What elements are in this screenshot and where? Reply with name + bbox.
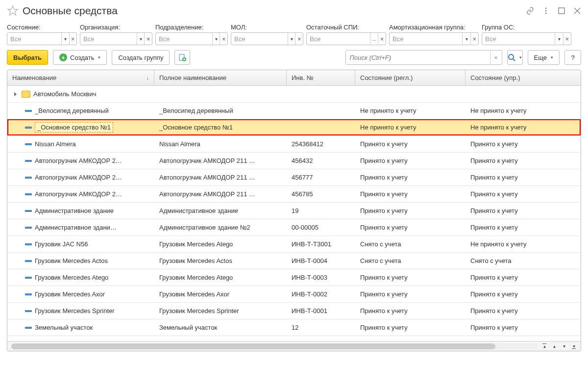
filter-input[interactable] [80,33,137,45]
sort-arrow-icon: ↓ [146,75,149,81]
clear-button[interactable]: × [220,33,227,45]
column-header-invno[interactable]: Инв. № [287,70,355,85]
cell-invno: 00-00005 [287,224,355,231]
column-header-state-mgmt[interactable]: Состояние (упр.) [466,70,581,85]
item-icon [25,143,32,145]
table-row[interactable]: Земельный участокЗемельный участок12Прин… [7,319,581,336]
dropdown-button[interactable]: ▾ [212,33,220,45]
svg-point-2 [545,10,547,12]
filter-input[interactable] [156,33,212,45]
filter-input[interactable] [390,33,462,45]
nav-down-icon[interactable]: ▾ [559,342,569,350]
favorite-star-icon[interactable] [7,5,19,17]
cell-invno: ИНВ-Т-0003 [287,274,355,281]
folder-icon [22,91,30,98]
filter-label: МОЛ: [231,24,303,31]
help-button[interactable]: ? [564,50,581,65]
dropdown-button[interactable]: ▾ [462,33,470,45]
filter-input[interactable] [7,33,61,45]
table-row[interactable]: Грузовик Mercedes SprinterГрузовик Merce… [7,303,581,319]
create-group-button[interactable]: Создать группу [112,50,170,65]
table-row[interactable]: Автопогрузчик АМКОДОР 2…Автопогрузчик АМ… [7,169,581,186]
nav-last-icon[interactable]: ▾ [569,342,579,350]
cell-name: Автопогрузчик АМКОДОР 2… [7,157,154,164]
table-row[interactable]: _Основное средство №1_Основное средство … [7,119,581,136]
row-name-text: Грузовик Mercedes Axor [35,290,105,298]
row-name-text: Nissan Almera [35,140,76,148]
scrollbar-thumb[interactable] [11,343,495,349]
kebab-menu-icon[interactable] [542,7,550,15]
row-name-text: Административное здание [35,207,114,214]
search-input[interactable] [346,51,490,64]
item-icon [25,327,32,329]
horizontal-scrollbar[interactable] [11,343,538,349]
row-name-text: Административное здани… [35,224,117,231]
filter-input[interactable] [231,33,288,45]
dropdown-button[interactable]: ▾ [61,33,69,45]
dropdown-button[interactable]: ▾ [288,33,295,45]
table-row[interactable]: Административное зданиеАдминистративное … [7,203,581,219]
column-header-fullname[interactable]: Полное наименование [154,70,287,85]
close-icon[interactable] [573,7,581,15]
cell-fullname: Грузовик Mercedes Axor [154,290,287,298]
copy-to-sheet-button[interactable] [174,50,190,65]
table-row[interactable]: Грузовик Mercedes AtegoГрузовик Mercedes… [7,269,581,286]
clear-button[interactable]: × [563,33,571,45]
cell-fullname: Грузовик Mercedes Atego [154,274,287,281]
cell-state-reg: Принято к учету [355,174,466,181]
filter-label: Группа ОС: [482,24,571,31]
create-label: Создать [70,54,94,61]
nav-up-icon[interactable]: ▴ [549,342,559,350]
cell-name: Административное здание [7,207,154,214]
table-row[interactable]: Автомобиль Москвич [7,86,581,103]
clear-button[interactable]: × [144,33,152,45]
table-row[interactable]: _Велосипед деревянный_Велосипед деревянн… [7,103,581,119]
clear-button[interactable]: × [69,33,76,45]
advanced-search-button[interactable]: ▾ [507,50,523,65]
dropdown-button[interactable]: ▾ [137,33,145,45]
cell-name: Грузовик Mercedes Axor [7,290,154,298]
table-row[interactable]: Автопогрузчик АМКОДОР 2…Автопогрузчик АМ… [7,153,581,169]
row-name-text: Грузовик JAC N56 [35,240,88,248]
select-button[interactable]: Выбрать [7,50,48,65]
clear-search-button[interactable]: × [490,51,502,64]
svg-point-11 [509,54,514,59]
row-name-text: Автопогрузчик АМКОДОР 2… [35,157,122,164]
item-icon [25,260,32,262]
clear-button[interactable]: × [295,33,303,45]
clear-button[interactable]: × [470,33,478,45]
link-icon[interactable] [526,7,534,15]
column-header-state-reg[interactable]: Состояние (регл.) [355,70,466,85]
cell-fullname: Административное здание [154,207,287,214]
table-row[interactable]: Автопогрузчик АМКОДОР 2…Автопогрузчик АМ… [7,186,581,203]
cell-name: Грузовик Mercedes Sprinter [7,307,154,315]
filter-input[interactable] [307,33,370,45]
cell-state-reg: Принято к учету [355,290,466,298]
filter-box: ▾× [80,32,152,45]
expand-icon[interactable] [14,92,17,96]
table-row[interactable]: Nissan AlmeraNissan Almera254368412Приня… [7,136,581,153]
cell-invno: 19 [287,207,355,214]
table-row[interactable]: Грузовик Mercedes AxorГрузовик Mercedes … [7,286,581,303]
cell-state-mgmt: Принято к учету [466,324,581,331]
create-button[interactable]: + Создать ▾ [53,50,107,65]
row-name-text: Автомобиль Москвич [33,90,97,98]
search-box: × [345,50,502,65]
more-button[interactable]: Еще ▾ [528,50,560,65]
nav-first-icon[interactable]: ▴ [539,342,549,350]
clear-button[interactable]: × [378,33,386,45]
cell-state-reg: Не принято к учету [355,107,466,114]
table-row[interactable]: Грузовик JAC N56Грузовик Mercedes AtegoИ… [7,236,581,253]
cell-state-reg: Принято к учету [355,157,466,164]
cell-invno: ИНВ-Т-0001 [287,307,355,315]
plus-icon: + [59,53,67,61]
ellipsis-button[interactable]: … [370,33,378,45]
cell-state-reg: Принято к учету [355,207,466,214]
column-header-name[interactable]: Наименование↓ [7,70,154,85]
maximize-icon[interactable] [558,7,565,15]
table-row[interactable]: Грузовик Mercedes ActosГрузовик Mercedes… [7,253,581,269]
table-row[interactable]: Административное здани…Административное … [7,219,581,236]
dropdown-button[interactable]: ▾ [555,33,563,45]
item-icon [25,210,32,212]
filter-input[interactable] [482,33,555,45]
